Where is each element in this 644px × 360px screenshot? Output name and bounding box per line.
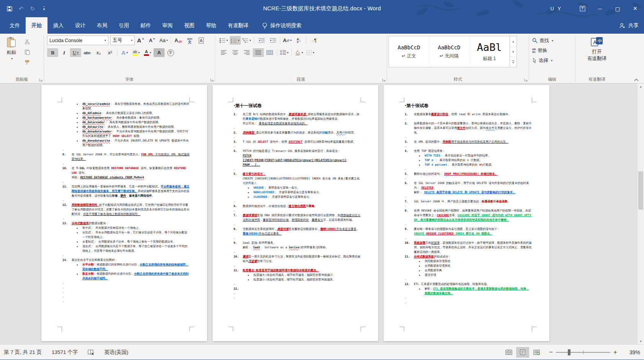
styles-dialog-launcher[interactable] xyxy=(524,78,528,81)
tab-视图[interactable]: 视图 xyxy=(178,17,200,34)
customize-qat-button[interactable]: ▾ xyxy=(39,4,49,14)
borders-button[interactable]: ▾ xyxy=(305,48,316,57)
character-border-button[interactable]: A xyxy=(196,36,207,45)
highlight-color-button[interactable]: ab ▾ xyxy=(131,48,142,57)
print-layout-button[interactable] xyxy=(516,347,529,358)
text-effects-button[interactable]: A▾ xyxy=(119,48,130,57)
tab-文件[interactable]: 文件 xyxy=(4,17,26,34)
share-button[interactable]: 共享 xyxy=(619,17,639,34)
web-layout-button[interactable] xyxy=(530,347,543,358)
font-size-combo[interactable]: 五号 ▾ xyxy=(110,36,135,45)
paragraph-dialog-launcher[interactable] xyxy=(382,78,386,81)
align-right-button[interactable] xyxy=(241,48,252,57)
grow-font-button[interactable]: A▲ xyxy=(135,36,146,45)
scroll-down-button[interactable]: ▼ xyxy=(637,338,644,344)
scroll-up-button[interactable]: ▲ xyxy=(637,83,644,90)
show-marks-button[interactable]: →¶ xyxy=(308,36,319,45)
copy-button[interactable] xyxy=(21,47,33,56)
strikethrough-button[interactable]: abc xyxy=(82,48,93,57)
decrease-indent-button[interactable] xyxy=(256,36,267,45)
tab-设计[interactable]: 设计 xyxy=(69,17,91,34)
enclose-characters-button[interactable]: 字 xyxy=(165,48,176,57)
collapse-ribbon-button[interactable] xyxy=(634,78,639,81)
character-shading-button[interactable]: A xyxy=(154,48,165,57)
tab-帮助[interactable]: 帮助 xyxy=(200,17,222,34)
style-card-标题 1[interactable]: AaBl标题 1 xyxy=(469,36,510,67)
justify-button[interactable] xyxy=(253,48,264,57)
change-case-button[interactable]: Aa▾ xyxy=(158,36,169,45)
paragraph: 7.数据库重组是指 DBA 按照系统设计要求对数据库存储空间进行全面调整，如调整… xyxy=(234,213,361,222)
document-page-3[interactable]: ·第十张试卷1.在数据库事务概要设计阶段，使用 read 和 write 原语来… xyxy=(384,85,549,341)
tab-插入[interactable]: 插入 xyxy=(47,17,69,34)
vertical-scrollbar[interactable]: ▲ ▼ xyxy=(637,83,644,344)
language-indicator[interactable]: 英语(美国) xyxy=(104,349,128,356)
italic-button[interactable]: I xyxy=(59,48,70,57)
tab-邮件[interactable]: 邮件 xyxy=(135,17,157,34)
superscript-icon: x² xyxy=(108,50,112,55)
tab-有道翻译[interactable]: 有道翻译 xyxy=(222,17,254,34)
ribbon-display-options-button[interactable] xyxy=(574,0,591,17)
superscript-button[interactable]: x² xyxy=(105,48,116,57)
styles-more-button[interactable]: ▼ xyxy=(510,57,517,67)
word-count[interactable]: 13571 个字 xyxy=(52,349,78,356)
replace-button[interactable]: abac 替换 xyxy=(531,46,555,55)
save-button[interactable] xyxy=(5,4,15,14)
shading-button[interactable]: ▾ xyxy=(293,48,304,57)
zoom-out-button[interactable]: − xyxy=(548,349,554,356)
scrollbar-thumb[interactable] xyxy=(638,171,643,210)
asian-layout-button[interactable]: A⇄▾ xyxy=(282,36,293,45)
font-name-combo[interactable]: Lucida Console ▾ xyxy=(47,36,108,45)
increase-indent-button[interactable] xyxy=(267,36,278,45)
document-page-2[interactable]: ·第十一张试卷1.在三层 B/S 结构的数据库系统中，数据库服务器 接收应用服务… xyxy=(212,85,378,341)
cut-button[interactable] xyxy=(21,37,33,46)
clear-formatting-button[interactable]: A xyxy=(173,36,184,45)
tab-布局[interactable]: 布局 xyxy=(91,17,113,34)
phonetic-guide-button[interactable]: wén 文 xyxy=(184,36,195,45)
underline-button[interactable]: U▾ xyxy=(70,48,81,57)
undo-button[interactable]: ↶ xyxy=(16,4,26,14)
font-dialog-launcher[interactable] xyxy=(210,78,214,81)
open-youdao-button[interactable]: A 中 打开 有道翻译 xyxy=(580,35,613,62)
tab-开始[interactable]: 开始 xyxy=(26,17,47,34)
zoom-level[interactable]: 39% xyxy=(623,349,640,355)
select-button[interactable]: 选择 ▾ xyxy=(531,55,555,65)
font-color-button[interactable]: A ▾ xyxy=(142,48,153,57)
paragraph: ↵ xyxy=(234,236,361,241)
bullets-button[interactable]: ▾ xyxy=(218,36,229,45)
sort-button[interactable]: AZ ↓ xyxy=(293,36,304,45)
styles-scroll-up[interactable]: ▲ xyxy=(510,36,517,47)
line-spacing-button[interactable]: ▾ xyxy=(279,48,290,57)
tell-me-search[interactable]: 操作说明搜索 xyxy=(262,17,301,34)
align-center-button[interactable] xyxy=(230,48,241,57)
close-button[interactable]: × xyxy=(626,0,644,17)
tab-审阅[interactable]: 审阅 xyxy=(157,17,178,34)
user-account[interactable]: U Y xyxy=(551,6,562,11)
zoom-slider[interactable] xyxy=(556,352,610,353)
tab-引用[interactable]: 引用 xyxy=(113,17,135,34)
align-left-button[interactable] xyxy=(218,48,229,57)
zoom-slider-thumb[interactable] xyxy=(568,349,570,355)
bold-button[interactable]: B xyxy=(47,48,58,57)
styles-scroll-down[interactable]: ▼ xyxy=(510,47,517,57)
style-card-无间隔[interactable]: AaBbCcD↵ 无间隔 xyxy=(429,36,469,67)
document-canvas[interactable]: ▪db_securityadmin： 具有管理数据库角色，角色成员以及数据库汇总… xyxy=(0,83,637,344)
format-painter-button[interactable] xyxy=(21,58,33,67)
minimize-button[interactable]: ─ xyxy=(591,0,609,17)
read-mode-button[interactable] xyxy=(502,347,515,358)
style-card-正文[interactable]: AaBbCcD↵ 正文 xyxy=(389,36,429,67)
find-button[interactable]: 查找 ▾ xyxy=(531,36,555,46)
zoom-in-button[interactable]: + xyxy=(612,349,619,356)
clipboard-dialog-launcher[interactable] xyxy=(39,78,42,81)
page-indicator[interactable]: 第 7 页, 共 21 页 xyxy=(4,349,42,356)
multilevel-list-button[interactable]: ▾ xyxy=(241,36,252,45)
subscript-button[interactable]: x₂ xyxy=(93,48,104,57)
numbering-button[interactable]: 123 ▾ xyxy=(230,36,241,45)
proofing-status[interactable] xyxy=(88,349,94,355)
paragraph: 所以可知： 事务处理是在数据库服务器端完成的。 xyxy=(234,121,361,126)
distributed-button[interactable] xyxy=(264,48,275,57)
redo-button[interactable]: ↻ xyxy=(28,4,38,14)
maximize-button[interactable]: ▢ xyxy=(609,0,626,17)
paste-button[interactable]: 粘贴 ▾ xyxy=(2,35,21,60)
shrink-font-button[interactable]: A▼ xyxy=(147,36,158,45)
document-page-1[interactable]: ▪db_securityadmin： 具有管理数据库角色，角色成员以及数据库汇总… xyxy=(41,85,207,341)
